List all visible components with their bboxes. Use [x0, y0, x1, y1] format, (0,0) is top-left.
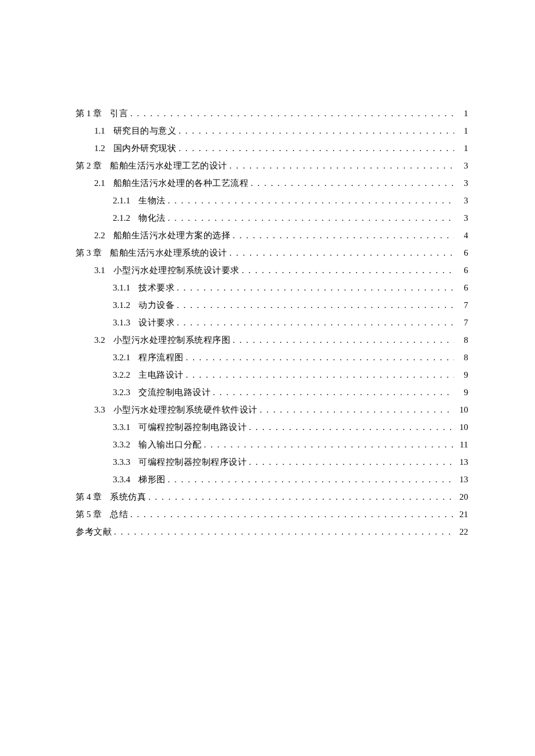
- toc-entry-title: 可编程控制器控制程序设计: [138, 453, 247, 471]
- toc-leader-dots: [213, 384, 454, 401]
- toc-leader-dots: [230, 157, 455, 174]
- toc-entry-title: 主电路设计: [138, 366, 184, 384]
- toc-entry-title: 动力设备: [138, 296, 174, 314]
- toc-entry-page: 3: [456, 192, 468, 209]
- toc-entry-title: 船舶生活污水处理系统的设计: [110, 244, 227, 261]
- toc-entry-page: 9: [456, 384, 468, 401]
- toc-entry: 3.2.3交流控制电路设计9: [76, 384, 468, 401]
- toc-entry: 3.3.3可编程控制器控制程序设计13: [76, 453, 468, 471]
- toc-entry-title: 交流控制电路设计: [138, 384, 211, 401]
- toc-entry-page: 21: [456, 506, 468, 523]
- toc-entry-page: 8: [456, 349, 468, 366]
- toc-entry: 2.1船舶生活污水处理的各种工艺流程3: [76, 174, 468, 192]
- toc-entry-title: 程序流程图: [138, 349, 184, 366]
- toc-entry-title: 可编程控制器控制电路设计: [138, 418, 247, 436]
- toc-entry-number: 3.1: [94, 261, 105, 279]
- toc-entry-number: 2.1: [94, 174, 105, 192]
- toc-entry: 3.3.2输入输出口分配11: [76, 436, 468, 453]
- toc-entry-number: 3.2.1: [113, 349, 130, 366]
- toc-entry: 3.3小型污水处理控制系统硬件软件设计10: [76, 401, 468, 418]
- toc-entry-title: 船舶生活污水处理方案的选择: [113, 227, 231, 244]
- toc-entry-title: 小型污水处理控制系统程序图: [113, 331, 231, 349]
- toc-entry-title: 参考文献: [76, 523, 112, 540]
- toc-leader-dots: [179, 122, 454, 139]
- toc-entry-title: 研究目的与意义: [113, 122, 177, 139]
- toc-entry: 参考文献22: [76, 523, 468, 540]
- toc-entry: 1.1研究目的与意义1: [76, 122, 468, 139]
- toc-leader-dots: [130, 105, 454, 122]
- toc-leader-dots: [204, 436, 455, 453]
- toc-entry-page: 6: [456, 244, 468, 261]
- toc-entry-title: 技术要求: [138, 279, 174, 296]
- toc-entry: 3.3.1可编程控制器控制电路设计10: [76, 418, 468, 436]
- toc-entry-number: 3.2.2: [113, 366, 130, 384]
- toc-entry: 3.1小型污水处理控制系统设计要求6: [76, 261, 468, 279]
- toc-leader-dots: [114, 523, 454, 540]
- toc-entry-number: 3.3: [94, 401, 105, 418]
- toc-entry-page: 6: [456, 261, 468, 279]
- toc-leader-dots: [168, 192, 455, 209]
- toc-entry-number: 1.2: [94, 139, 105, 157]
- toc-entry-number: 3.3.2: [113, 436, 130, 453]
- toc-leader-dots: [260, 401, 454, 418]
- toc-entry-page: 10: [456, 418, 468, 436]
- toc-entry: 2.1.1生物法3: [76, 192, 468, 209]
- toc-entry-number: 3.1.2: [113, 296, 130, 314]
- toc-entry: 3.3.4梯形图13: [76, 471, 468, 488]
- toc-entry: 1.2国内外研究现状1: [76, 139, 468, 157]
- toc-entry-number: 第 2 章: [76, 157, 102, 174]
- toc-entry-number: 第 3 章: [76, 244, 102, 261]
- toc-leader-dots: [251, 174, 454, 192]
- toc-entry-title: 输入输出口分配: [138, 436, 202, 453]
- toc-entry-number: 3.1.1: [113, 279, 130, 296]
- toc-leader-dots: [168, 471, 455, 488]
- toc-entry: 第 2 章船舶生活污水处理工艺的设计3: [76, 157, 468, 174]
- toc-leader-dots: [177, 296, 454, 314]
- toc-entry-page: 4: [456, 227, 468, 244]
- toc-entry: 3.2.1程序流程图8: [76, 349, 468, 366]
- toc-entry: 第 3 章船舶生活污水处理系统的设计6: [76, 244, 468, 261]
- toc-entry-page: 22: [456, 523, 468, 540]
- toc-entry-page: 3: [456, 157, 468, 174]
- toc-entry-number: 3.3.4: [113, 471, 130, 488]
- toc-entry-title: 船舶生活污水处理的各种工艺流程: [113, 174, 249, 192]
- toc-entry-page: 1: [456, 105, 468, 122]
- toc-leader-dots: [230, 244, 455, 261]
- toc-leader-dots: [233, 227, 454, 244]
- toc-entry: 3.2.2主电路设计9: [76, 366, 468, 384]
- toc-entry-number: 3.2: [94, 331, 105, 349]
- toc-leader-dots: [177, 279, 454, 296]
- toc-entry-number: 第 5 章: [76, 506, 102, 523]
- toc-entry: 2.2船舶生活污水处理方案的选择4: [76, 227, 468, 244]
- toc-entry: 3.1.3设计要求7: [76, 314, 468, 331]
- toc-entry-page: 6: [456, 279, 468, 296]
- toc-entry-title: 国内外研究现状: [113, 139, 177, 157]
- toc-entry-page: 3: [456, 174, 468, 192]
- toc-entry-title: 船舶生活污水处理工艺的设计: [110, 157, 227, 174]
- toc-entry-page: 13: [456, 453, 468, 471]
- toc-leader-dots: [130, 506, 454, 523]
- toc-entry-number: 2.1.2: [113, 209, 130, 227]
- toc-entry: 第 4 章系统仿真20: [76, 488, 468, 506]
- toc-entry-title: 梯形图: [138, 471, 166, 488]
- toc-entry-number: 第 1 章: [76, 105, 102, 122]
- toc-entry-page: 8: [456, 331, 468, 349]
- toc-entry-page: 1: [456, 122, 468, 139]
- toc-leader-dots: [168, 209, 455, 227]
- toc-leader-dots: [179, 139, 454, 157]
- toc-entry-number: 3.3.1: [113, 418, 130, 436]
- toc-leader-dots: [233, 331, 454, 349]
- toc-entry-page: 3: [456, 209, 468, 227]
- toc-entry-title: 物化法: [138, 209, 166, 227]
- toc-entry: 第 5 章总结21: [76, 506, 468, 523]
- toc-leader-dots: [249, 418, 454, 436]
- toc-leader-dots: [177, 314, 454, 331]
- table-of-contents: 第 1 章引言11.1研究目的与意义11.2国内外研究现状1第 2 章船舶生活污…: [76, 105, 468, 540]
- toc-entry-page: 7: [456, 314, 468, 331]
- toc-entry-page: 13: [456, 471, 468, 488]
- toc-entry-title: 系统仿真: [110, 488, 146, 506]
- toc-leader-dots: [186, 349, 455, 366]
- toc-leader-dots: [242, 261, 454, 279]
- toc-entry-page: 7: [456, 296, 468, 314]
- toc-entry: 3.1.2动力设备7: [76, 296, 468, 314]
